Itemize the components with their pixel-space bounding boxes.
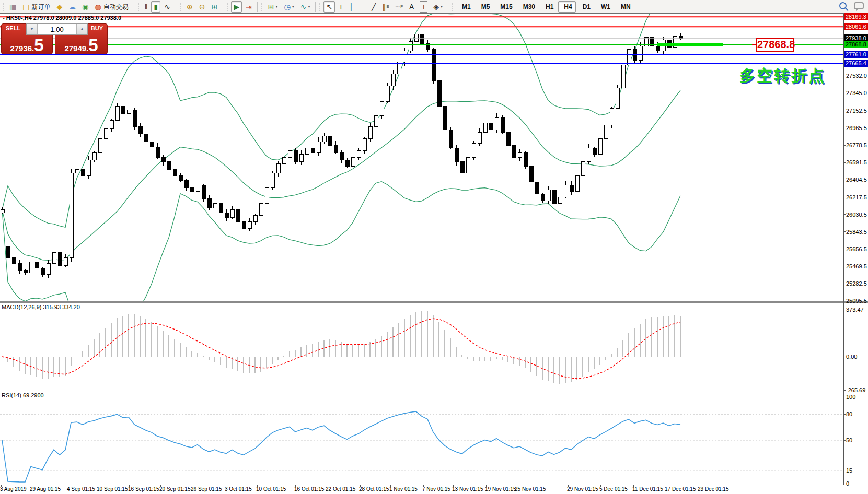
tile-windows-button[interactable]: ⊞ bbox=[209, 1, 220, 13]
horizontal-line-button[interactable]: ─ bbox=[357, 1, 368, 13]
price-scale-label: 25656.5 bbox=[846, 246, 868, 252]
toolbar: ▦▤新订单◆☁◉◍自动交易‖▮∿⊕⊖⊞▶⇥⊞▾◷▾∿▾↖+│─╱∥E┄FAT◈▾… bbox=[0, 0, 868, 14]
community-icon[interactable]: ☁ bbox=[66, 1, 78, 13]
tf-h1[interactable]: H1 bbox=[540, 1, 557, 13]
text-button[interactable]: A bbox=[407, 1, 416, 13]
tf-d1[interactable]: D1 bbox=[577, 1, 594, 13]
zoom-out-button[interactable]: ⊖ bbox=[196, 1, 208, 13]
time-axis-label: 13 Nov 01:15 bbox=[452, 486, 483, 492]
macd-histogram bbox=[2, 311, 680, 384]
time-axis-label: 10 Oct 01:15 bbox=[256, 486, 286, 492]
resistance-line-2-price-tag: 28061.6 bbox=[844, 23, 868, 30]
time-axis-label: 3 Aug 2019 bbox=[0, 486, 27, 492]
time-axis-label: 4 Sep 01:15 bbox=[67, 486, 95, 492]
macd-scale-label: -265.69 bbox=[846, 387, 868, 393]
line-chart-button[interactable]: ∿ bbox=[161, 1, 173, 13]
buy-price: 27949.5 bbox=[55, 38, 107, 53]
volume-increase-button[interactable]: ▲ bbox=[76, 24, 87, 34]
rsi-line bbox=[2, 411, 680, 482]
time-axis-label: 28 Oct 01:15 bbox=[359, 486, 389, 492]
tf-m5[interactable]: M5 bbox=[476, 1, 494, 13]
macd-scale-label: 0.00 bbox=[846, 354, 868, 360]
auto-scroll-button[interactable]: ▶ bbox=[231, 1, 242, 13]
new-order-menu-button[interactable]: ⊞▾ bbox=[265, 1, 281, 13]
tf-mn[interactable]: MN bbox=[615, 1, 634, 13]
tf-m30[interactable]: M30 bbox=[517, 1, 539, 13]
tf-w1[interactable]: W1 bbox=[595, 1, 614, 13]
turning-point-annotation[interactable]: 多空转折点 bbox=[739, 65, 826, 87]
period-menu-button[interactable]: ◷▾ bbox=[281, 1, 296, 13]
signals-icon[interactable]: ◉ bbox=[79, 1, 91, 13]
trendline-button[interactable]: ╱ bbox=[369, 1, 378, 13]
rsi-scale-label: 15 bbox=[846, 467, 868, 474]
time-axis-label: 5 Dec 01:15 bbox=[599, 486, 628, 492]
new-order-button[interactable]: ▤新订单 bbox=[20, 1, 53, 13]
vertical-line-button[interactable]: │ bbox=[346, 1, 356, 13]
support-line-1-price-tag: 27761.0 bbox=[844, 51, 868, 58]
tf-h4[interactable]: H4 bbox=[558, 1, 575, 13]
price-scale-label: 27152.5 bbox=[846, 108, 868, 114]
sell-price: 27936.5 bbox=[2, 38, 52, 53]
megaphone-icon[interactable]: ◆ bbox=[54, 1, 65, 13]
price-scale-label: 26404.5 bbox=[846, 177, 868, 183]
time-axis-label: 11 Dec 01:15 bbox=[632, 486, 663, 492]
price-scale-label: 25469.5 bbox=[846, 263, 868, 269]
volume-decrease-button[interactable]: ▼ bbox=[27, 24, 38, 34]
candlestick-button[interactable]: ▮ bbox=[151, 1, 160, 13]
time-axis-label: 22 Oct 01:15 bbox=[326, 486, 355, 492]
chart-title-marker: ▪ bbox=[3, 16, 5, 21]
autotrading-button[interactable]: ◍自动交易 bbox=[92, 1, 131, 13]
time-axis-label: 19 Nov 01:15 bbox=[485, 486, 516, 492]
price-scale-label: 26965.5 bbox=[846, 125, 868, 131]
time-axis-label: 10 Sep 01:15 bbox=[97, 486, 128, 492]
rsi-scale-label: 50 bbox=[846, 437, 868, 443]
one-click-trade-panel: SELL 27936.5 BUY 27949.5 ▼ ▲ bbox=[1, 23, 108, 55]
chat-icon[interactable] bbox=[854, 2, 864, 9]
time-axis-label: 17 Dec 01:15 bbox=[665, 486, 696, 492]
price-callout-box[interactable]: 27868.8 bbox=[756, 38, 794, 52]
chart-shift-button[interactable]: ⇥ bbox=[243, 1, 254, 13]
price-scale-label: 25843.5 bbox=[846, 229, 868, 235]
crosshair-button[interactable]: + bbox=[336, 1, 345, 13]
fibonacci-button[interactable]: ┄F bbox=[393, 1, 406, 13]
terminal-window: ▦▤新订单◆☁◉◍自动交易‖▮∿⊕⊖⊞▶⇥⊞▾◷▾∿▾↖+│─╱∥E┄FAT◈▾… bbox=[0, 0, 868, 494]
macd-label: MACD(12,26,9) 315.93 334.20 bbox=[2, 304, 80, 310]
price-scale-label: 26217.5 bbox=[846, 194, 868, 201]
pane-separators[interactable] bbox=[0, 14, 868, 487]
toolbar-groups: ▦▤新订单◆☁◉◍自动交易‖▮∿⊕⊖⊞▶⇥⊞▾◷▾∿▾↖+│─╱∥E┄FAT◈▾… bbox=[1, 1, 635, 13]
rsi-scale-label: 80 bbox=[846, 411, 868, 417]
chart-title-text: HK50-,H4 27978.0 28009.0 27885.0 27938.0 bbox=[6, 15, 121, 21]
indicators-menu-button[interactable]: ∿▾ bbox=[298, 1, 313, 13]
time-axis-label: 26 Sep 01:15 bbox=[191, 486, 222, 492]
resistance-line-1-price-tag: 28169.3 bbox=[844, 13, 868, 20]
time-axis-label: 29 Aug 01:15 bbox=[30, 486, 61, 492]
tf-m15[interactable]: M15 bbox=[494, 1, 516, 13]
channel-button[interactable]: ∥E bbox=[379, 1, 391, 13]
zoom-in-button[interactable]: ⊕ bbox=[184, 1, 195, 13]
chart-canvas[interactable] bbox=[0, 14, 868, 494]
volume-input[interactable] bbox=[38, 24, 76, 34]
arrows-button[interactable]: ◈▾ bbox=[431, 1, 445, 13]
rsi-label: RSI(14) 69.2900 bbox=[2, 392, 44, 398]
bar-chart-button[interactable]: ‖ bbox=[142, 1, 151, 13]
tf-m1[interactable]: M1 bbox=[456, 1, 474, 13]
price-scale-label: 26030.5 bbox=[846, 211, 868, 218]
price-scale-label: 27345.0 bbox=[846, 90, 868, 96]
time-axis-label: 23 Dec 01:15 bbox=[698, 486, 729, 492]
time-axis-label: 16 Oct 01:15 bbox=[294, 486, 324, 492]
toolbar-right bbox=[839, 2, 864, 9]
time-axis-label: 16 Sep 01:15 bbox=[128, 486, 159, 492]
pivot-line-green-price-tag: 27868.8 bbox=[844, 41, 868, 48]
cursor-button[interactable]: ↖ bbox=[323, 1, 335, 13]
text-label-button[interactable]: T bbox=[418, 1, 430, 13]
price-scale-label: 27532.0 bbox=[846, 73, 868, 79]
bollinger-bands bbox=[2, 14, 680, 333]
price-scale-label: 25282.5 bbox=[846, 280, 868, 287]
time-axis-label: 25 Nov 01:15 bbox=[515, 486, 546, 492]
chart-title: ▪HK50-,H4 27978.0 28009.0 27885.0 27938.… bbox=[3, 15, 121, 21]
time-axis-label: 3 Oct 01:15 bbox=[225, 486, 252, 492]
search-icon[interactable] bbox=[839, 2, 847, 9]
price-scale-label: 25095.5 bbox=[846, 298, 868, 304]
chart-frame-icon[interactable]: ▦ bbox=[7, 1, 19, 13]
price-scale-label: 26778.5 bbox=[846, 142, 868, 148]
